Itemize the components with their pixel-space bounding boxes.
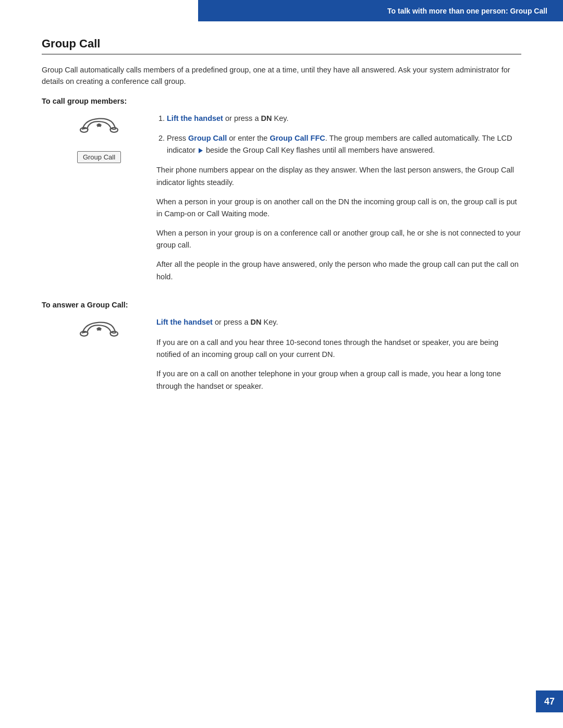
step2-press: Press	[167, 134, 188, 142]
step2-desc2: beside the Group Call Key flashes until …	[206, 146, 435, 154]
answer-step-key: Key.	[261, 318, 278, 326]
step2-group-call-ffc: Group Call FFC	[270, 134, 325, 142]
step1-dn-text: DN	[261, 114, 272, 122]
steps-list: Lift the handset or press a DN Key. Pres…	[156, 113, 521, 156]
step1-handset-text: Lift the handset	[167, 114, 223, 122]
group-call-button[interactable]: Group Call	[77, 151, 121, 163]
paragraph-4: After all the people in the group have a…	[156, 258, 521, 282]
answer-icon-column	[42, 316, 156, 400]
paragraph-1: Their phone numbers appear on the displa…	[156, 164, 521, 188]
triangle-indicator-icon	[199, 148, 203, 153]
answer-step-dn: DN	[250, 318, 261, 326]
answer-phone-handset-icon	[76, 318, 123, 347]
page-number-badge: 47	[536, 690, 563, 712]
step2-group-call: Group Call	[188, 134, 227, 142]
phone-icon-wrapper	[76, 115, 123, 145]
step1-key: Key.	[272, 114, 288, 122]
step-2: Press Group Call or enter the Group Call…	[167, 132, 521, 156]
step-1: Lift the handset or press a DN Key.	[167, 113, 521, 124]
intro-paragraph: Group Call automatically calls members o…	[42, 64, 521, 88]
paragraph-3: When a person in your group is on a conf…	[156, 227, 521, 251]
svg-point-1	[111, 128, 118, 132]
icon-column: Group Call	[42, 113, 156, 290]
call-members-label: To call group members:	[42, 97, 521, 105]
answer-text-column: Lift the handset or press a DN Key. If y…	[156, 316, 521, 400]
step2-or-enter: or enter the	[227, 134, 270, 142]
header-banner: To talk with more than one person: Group…	[198, 0, 563, 21]
main-content: Group Call Group Call automatically call…	[0, 21, 563, 439]
steps-text-column: Lift the handset or press a DN Key. Pres…	[156, 113, 521, 290]
header-banner-text: To talk with more than one person: Group…	[387, 7, 547, 15]
section-title: Group Call	[42, 37, 521, 55]
answer-instruction-section: Lift the handset or press a DN Key. If y…	[42, 316, 521, 400]
answer-paragraph-1: If you are on a call and you hear three …	[156, 337, 521, 361]
instruction-section: Group Call Lift the handset or press a D…	[42, 113, 521, 290]
page-number: 47	[544, 696, 555, 707]
answer-phone-icon-wrapper	[76, 318, 123, 349]
answer-step-text: Lift the handset or press a DN Key.	[156, 316, 521, 328]
answer-step-or: or press a	[213, 318, 251, 326]
paragraph-2: When a person in your group is on anothe…	[156, 196, 521, 220]
svg-point-5	[111, 331, 118, 336]
step1-or-press: or press a	[223, 114, 261, 122]
answer-step-handset: Lift the handset	[156, 318, 213, 326]
answer-paragraph-2: If you are on a call on another telephon…	[156, 368, 521, 392]
phone-handset-icon	[76, 115, 123, 143]
answer-section: To answer a Group Call:	[42, 301, 521, 400]
page-container: To talk with more than one person: Group…	[0, 0, 563, 728]
answer-label: To answer a Group Call:	[42, 301, 521, 309]
